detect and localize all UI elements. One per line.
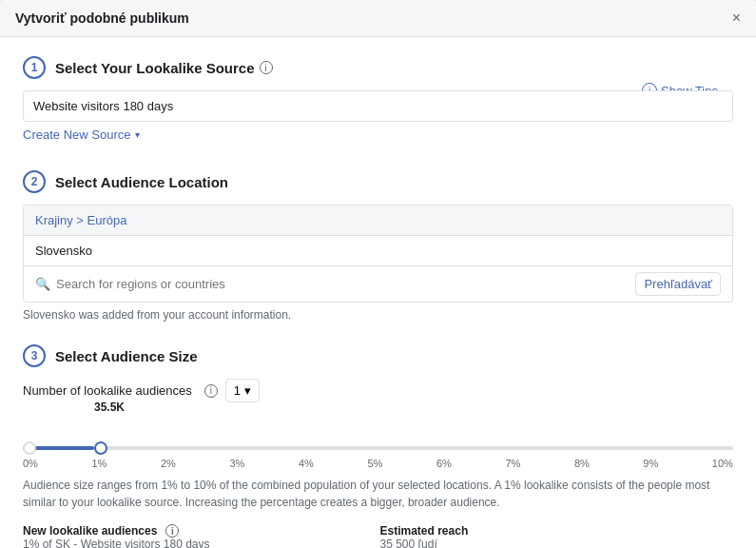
- lookalike-source-input[interactable]: [23, 90, 733, 122]
- new-audiences-value: 1% of SK - Website visitors 180 days: [23, 538, 377, 548]
- section-3-header: 3 Select Audience Size: [23, 344, 733, 367]
- step-3-circle: 3: [23, 344, 46, 367]
- slider-track: [23, 446, 733, 450]
- slider-thumb-right[interactable]: [94, 441, 107, 455]
- slider-label-7: 7%: [505, 458, 520, 469]
- slider-label-0: 0%: [23, 458, 38, 469]
- location-box: Krajiny > Európa Slovensko 🔍 Prehľadávať: [23, 205, 733, 303]
- audience-size-row: Number of lookalike audiences i 1 ▾: [23, 379, 733, 402]
- modal-title: Vytvoriť podobné publikum: [15, 10, 189, 26]
- dropdown-arrow-icon: ▾: [135, 129, 140, 140]
- slider-hint: Audience size ranges from 1% to 10% of t…: [23, 477, 733, 511]
- number-value: 1: [234, 383, 241, 398]
- new-audiences-col: New lookalike audiences i 1% of SK - Web…: [23, 524, 377, 548]
- create-source-button[interactable]: Create New Source ▾: [23, 122, 733, 147]
- estimated-reach-value: 35 500 ľudí: [380, 538, 734, 548]
- slider-label-2: 2%: [161, 458, 176, 469]
- slider-thumb-left[interactable]: [23, 441, 36, 455]
- audience-size-label: Number of lookalike audiences: [23, 383, 192, 398]
- section-1-title: Select Your Lookalike Source: [55, 60, 255, 76]
- section-2-title: Select Audience Location: [55, 174, 228, 190]
- breadcrumb-link[interactable]: Krajiny > Európa: [35, 213, 126, 227]
- slider-label-8: 8%: [574, 458, 590, 469]
- location-item: Slovensko: [24, 236, 732, 266]
- estimated-reach-label: Estimated reach: [380, 524, 734, 538]
- section-1: 1 Select Your Lookalike Source i Create …: [23, 56, 733, 147]
- location-note: Slovensko was added from your account in…: [23, 308, 733, 322]
- close-icon[interactable]: ×: [732, 10, 741, 27]
- slider-labels: 0% 1% 2% 3% 4% 5% 6% 7% 8% 9% 10%: [23, 458, 733, 469]
- section-3-title: Select Audience Size: [55, 348, 198, 364]
- step-2-circle: 2: [23, 170, 46, 193]
- location-breadcrumb: Krajiny > Európa: [24, 206, 732, 236]
- location-search-row: 🔍 Prehľadávať: [24, 266, 732, 302]
- modal-body: i Show Tips 1 Select Your Lookalike Sour…: [0, 37, 756, 548]
- modal-header: Vytvoriť podobné publikum ×: [0, 0, 756, 37]
- slider-label-5: 5%: [367, 458, 382, 469]
- slider-label-4: 4%: [299, 458, 314, 469]
- step-1-circle: 1: [23, 56, 46, 79]
- section-2: 2 Select Audience Location Krajiny > Eur…: [23, 170, 733, 322]
- modal: Vytvoriť podobné publikum × i Show Tips …: [0, 0, 756, 548]
- audience-size-info-icon[interactable]: i: [204, 384, 218, 398]
- slider-label-3: 3%: [229, 458, 244, 469]
- browse-button[interactable]: Prehľadávať: [635, 272, 721, 296]
- new-audiences-info-icon[interactable]: i: [165, 524, 179, 538]
- location-search-input[interactable]: [56, 277, 630, 291]
- section-3: 3 Select Audience Size Number of lookali…: [23, 344, 733, 548]
- slider-label-1: 1%: [91, 458, 107, 469]
- slider-label-9: 9%: [643, 458, 658, 469]
- number-select[interactable]: 1 ▾: [225, 379, 260, 402]
- new-audiences-label: New lookalike audiences i: [23, 524, 377, 538]
- section-1-info-icon[interactable]: i: [260, 61, 273, 74]
- number-select-arrow: ▾: [244, 383, 251, 398]
- search-icon: 🔍: [35, 277, 50, 291]
- section-2-header: 2 Select Audience Location: [23, 170, 733, 193]
- audience-info-grid: New lookalike audiences i 1% of SK - Web…: [23, 524, 733, 548]
- slider-value-label: 35.5K: [94, 401, 125, 414]
- slider-label-6: 6%: [436, 458, 452, 469]
- estimated-reach-col: Estimated reach 35 500 ľudí: [380, 524, 734, 548]
- slider-label-10: 10%: [712, 458, 733, 469]
- section-1-header: 1 Select Your Lookalike Source i: [23, 56, 733, 79]
- slider-wrapper: 35.5K 0% 1% 2% 3% 4% 5% 6% 7% 8% 9%: [23, 418, 733, 469]
